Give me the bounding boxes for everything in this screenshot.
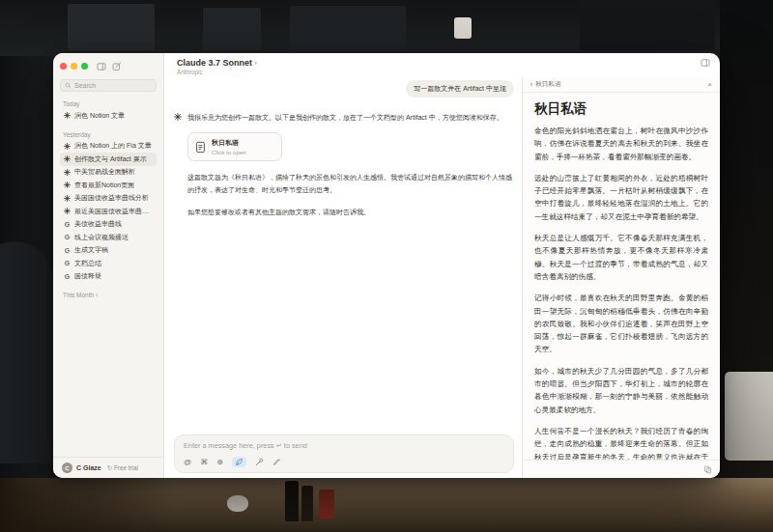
- artifact-panel-toggle-icon[interactable]: [701, 58, 710, 68]
- avatar: C: [62, 462, 72, 473]
- minimize-traffic-light[interactable]: [71, 63, 77, 70]
- plan-badge: ↻ Free trial: [107, 464, 138, 471]
- claude-logo-icon: [64, 195, 71, 202]
- content-row: 写一篇散文并在 Artifact 中呈现 我很乐意为您创作一篇散文。以下是我创作…: [164, 77, 720, 478]
- sidebar-item-label: 润色 Notion 上的 Fia 文章: [74, 141, 152, 151]
- artifact-document-body[interactable]: 金色的阳光斜斜地洒在窗台上，树叶在微风中沙沙作响，仿佛在诉说着夏天的离去和秋天的…: [534, 125, 708, 460]
- sidebar-item[interactable]: 查看最新Notion页面: [60, 179, 157, 192]
- shelf-box: [290, 6, 406, 50]
- user-name: C Glaze: [76, 464, 101, 471]
- search-input[interactable]: Search: [60, 79, 157, 92]
- sidebar-item[interactable]: 美国国债收益率曲线分析: [60, 192, 157, 206]
- artifacts-toggle-active[interactable]: [232, 457, 246, 467]
- essay-paragraph: 远处的山峦披上了红黄相间的外衣，近处的梧桐树叶子已经开始零星飘落。一片枯叶从树梢…: [534, 172, 708, 223]
- bottle: [285, 481, 299, 521]
- artifact-panel: ‹ 秋日私语 × 秋日私语 金色的阳光斜斜地洒在窗台上，树叶在微风中沙沙作响，仿…: [522, 77, 720, 478]
- red-object: [319, 490, 334, 518]
- zoom-traffic-light[interactable]: [81, 63, 88, 70]
- quill-icon[interactable]: [272, 458, 281, 466]
- sidebar-item[interactable]: G 文档总结: [60, 257, 157, 270]
- attach-icon[interactable]: @: [184, 458, 191, 466]
- google-logo-icon: G: [64, 260, 71, 266]
- artifact-breadcrumb[interactable]: ‹ 秋日私语: [530, 80, 561, 89]
- chat-column: 写一篇散文并在 Artifact 中呈现 我很乐意为您创作一篇散文。以下是我创作…: [164, 77, 522, 478]
- sidebar-footer[interactable]: C C Glaze ↻ Free trial: [53, 457, 163, 478]
- background-person: [0, 241, 53, 463]
- refresh-icon: ↻: [107, 464, 112, 471]
- sidebar-item[interactable]: G 生成文字稿: [60, 244, 157, 258]
- sidebar-toggle-icon[interactable]: [97, 62, 106, 71]
- chevron-right-icon: ›: [254, 58, 257, 68]
- claude-logo-icon: [64, 112, 71, 119]
- white-cup: [227, 495, 248, 512]
- sidebar-item[interactable]: 最近美国国债收益率曲线给...: [60, 205, 157, 218]
- claude-logo-icon: [174, 113, 182, 121]
- essay-paragraph: 金色的阳光斜斜地洒在窗台上，树叶在微风中沙沙作响，仿佛在诉说着夏天的离去和秋天的…: [534, 125, 708, 163]
- composer-placeholder: Enter a message here, press ↵ to send: [184, 441, 504, 450]
- sidebar-item-label: 文档总结: [74, 259, 101, 268]
- claude-logo-icon: [64, 208, 71, 214]
- leaf-icon: [235, 458, 243, 466]
- message-composer[interactable]: Enter a message here, press ↵ to send @ …: [174, 434, 514, 473]
- google-logo-icon: G: [64, 247, 71, 254]
- sidebar-item-label: 生成文字稿: [74, 245, 108, 255]
- shelf-box: [203, 8, 261, 50]
- artifact-breadcrumb-label: 秋日私语: [535, 80, 560, 89]
- artifact-panel-footer: [523, 460, 720, 478]
- composer-toolbar: @ ⌘ ⊕: [184, 457, 504, 467]
- claude-logo-icon: [64, 155, 71, 162]
- claude-app-window: Search Today 润色 Notion 文章 Yesterday 润色 N…: [53, 53, 720, 478]
- claude-logo-icon: [64, 169, 71, 176]
- model-selector[interactable]: Claude 3.7 Sonnet› Anthropic: [177, 58, 257, 75]
- essay-paragraph: 秋天总是让人感慨万千。它不像春天那样充满生机，也不像夏天那样热情奔放，更不像冬天…: [534, 232, 708, 283]
- copy-icon[interactable]: [703, 465, 712, 474]
- chevron-left-icon: ‹: [530, 81, 532, 88]
- coffee-machine: [725, 372, 773, 461]
- shelf-cup: [454, 17, 472, 39]
- sidebar-item-selected[interactable]: 创作散文与 Artifact 展示: [60, 153, 157, 166]
- google-logo-icon: G: [64, 234, 71, 240]
- google-logo-icon: G: [64, 273, 71, 280]
- essay-paragraph: 如今，城市的秋天少了几分田园的气息，多了几分都市的喧嚣。但当夕阳西下，华灯初上，…: [534, 365, 708, 416]
- sidebar-item[interactable]: G 线上会议视频播送: [60, 231, 157, 244]
- sidebar-item-label: 中美贸易战全面解析: [74, 167, 135, 177]
- sidebar-item[interactable]: 润色 Notion 上的 Fia 文章: [60, 140, 157, 154]
- search-placeholder: Search: [74, 82, 96, 89]
- google-logo-icon: G: [64, 221, 71, 228]
- sidebar-item-label: 线上会议视频播送: [74, 233, 129, 242]
- assistant-message: 我很乐意为您创作一篇散文。以下是我创作的散文，放在了一个文档型的 Artifac…: [174, 112, 514, 124]
- essay-paragraph: 记得小时候，最喜欢在秋天的田野里奔跑。金黄的稻田一望无际，沉甸甸的稻穗低垂着头，…: [534, 292, 708, 355]
- section-label-this-month[interactable]: This Month ›: [63, 292, 154, 298]
- artifact-card[interactable]: 秋日私语 Click to open: [187, 132, 282, 161]
- sidebar-item-label: 润色 Notion 文章: [74, 111, 125, 121]
- provider-label: Anthropic: [177, 69, 257, 75]
- tools-wrench-icon[interactable]: [255, 458, 264, 466]
- search-icon: [65, 82, 72, 89]
- web-search-icon[interactable]: ⊕: [216, 458, 223, 466]
- close-artifact-icon[interactable]: ×: [707, 80, 712, 89]
- model-name: Claude 3.7 Sonnet: [177, 58, 252, 68]
- shelf-box: [68, 4, 155, 50]
- background-shelf: [0, 0, 773, 56]
- assistant-description-text: 这篇散文题为《秋日私语》，描绘了秋天的景色和引发的人生感悟。我尝试通过对自然景象…: [187, 172, 512, 196]
- user-message-bubble: 写一篇散文并在 Artifact 中呈现: [406, 80, 514, 98]
- section-label-yesterday: Yesterday: [63, 131, 154, 138]
- main-area: Claude 3.7 Sonnet› Anthropic 写一篇散文并在 Art…: [164, 53, 720, 478]
- sidebar-item[interactable]: G 美债收益率曲线: [60, 218, 157, 232]
- new-chat-icon[interactable]: [112, 62, 122, 71]
- sidebar-item-label: 查看最新Notion页面: [74, 181, 134, 190]
- artifact-panel-header: ‹ 秋日私语 ×: [523, 77, 720, 93]
- sidebar: Search Today 润色 Notion 文章 Yesterday 润色 N…: [53, 53, 164, 478]
- command-shortcuts-icon[interactable]: ⌘: [200, 458, 208, 466]
- sidebar-item-label: 创作散文与 Artifact 展示: [74, 154, 147, 164]
- section-label-today: Today: [63, 100, 154, 107]
- close-traffic-light[interactable]: [60, 63, 67, 70]
- document-icon: [194, 141, 207, 154]
- sidebar-item[interactable]: G 国债释疑: [60, 270, 157, 284]
- plan-badge-label: Free trial: [114, 464, 138, 471]
- sidebar-item[interactable]: 润色 Notion 文章: [60, 109, 157, 123]
- claude-logo-icon: [64, 143, 71, 150]
- assistant-followup-text: 如果您想要修改或者有其他主题的散文需求，请随时告诉我。: [187, 207, 512, 219]
- sidebar-item[interactable]: 中美贸易战全面解析: [60, 166, 157, 180]
- chat-header: Claude 3.7 Sonnet› Anthropic: [164, 53, 720, 77]
